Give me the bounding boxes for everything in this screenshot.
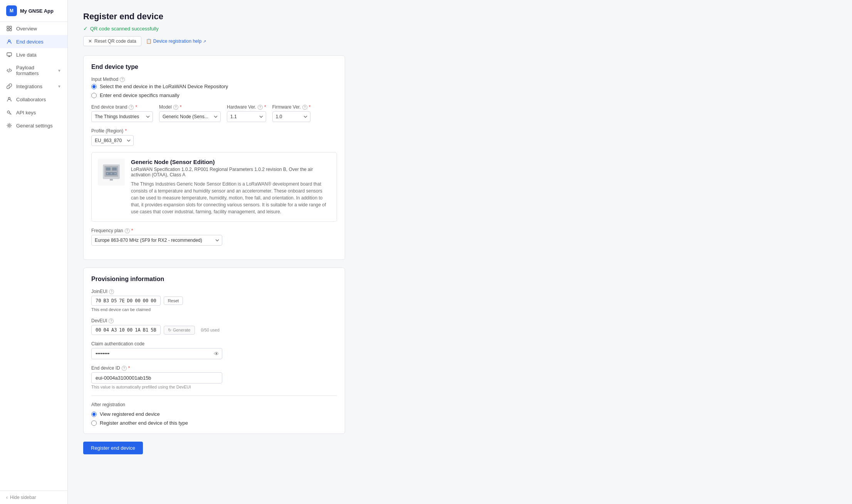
profile-select[interactable]: EU_863_870 [91,135,134,146]
dev-eui-info-icon[interactable]: ? [109,318,114,323]
hardware-ver-field: Hardware Ver. ? * 1.1 [227,104,266,122]
page-title: Register end device [83,12,345,22]
fw-info-icon[interactable]: ? [302,105,307,110]
svg-point-15 [111,173,112,174]
hw-info-icon[interactable]: ? [258,105,263,110]
check-icon: ✓ [83,25,88,32]
eye-icon[interactable]: 👁 [214,351,219,357]
register-button-label: Register end device [91,445,135,451]
join-eui-row: 70 B3 D5 7E D0 00 00 00 Reset [91,296,337,306]
join-eui-bytes: 70 B3 D5 7E D0 00 00 00 [96,298,156,303]
radio-manual-input[interactable] [91,93,97,98]
sidebar-footer: ‹ Hide sidebar [0,491,67,504]
register-end-device-button[interactable]: Register end device [83,442,143,454]
external-link-icon: ↗ [203,39,206,44]
brand-select[interactable]: The Things Industries [91,111,153,122]
radio-repository[interactable]: Select the end device in the LoRaWAN Dev… [91,84,337,89]
hardware-ver-select[interactable]: 1.1 [227,111,266,122]
svg-point-6 [8,97,10,99]
key-icon [6,109,12,116]
frequency-plan-select[interactable]: Europe 863-870 MHz (SF9 for RX2 - recomm… [91,235,222,246]
svg-rect-0 [7,26,9,28]
sidebar-item-live-data[interactable]: Live data [0,48,67,61]
svg-rect-12 [112,167,117,171]
brand-info-icon[interactable]: ? [129,105,134,110]
monitor-icon [6,52,12,58]
chevron-down-icon-2: ▼ [57,84,61,89]
dev-eui-input[interactable]: 00 04 A3 10 00 1A B1 5B [91,325,161,335]
device-id-info-icon[interactable]: ? [122,366,127,371]
model-label: Model ? * [159,104,221,110]
sidebar-item-api-keys[interactable]: API keys [0,106,67,119]
claim-auth-field: Claim authentication code 👁 [91,341,337,359]
device-registration-help-link[interactable]: 📋 Device registration help ↗ [146,39,206,44]
user-icon [6,96,12,102]
svg-point-7 [7,111,10,113]
device-id-wrap: This value is automatically prefilled us… [91,372,222,389]
radio-view-device-label: View registered end device [100,411,160,417]
model-info-icon[interactable]: ? [173,105,178,110]
grid-icon [6,25,12,32]
join-eui-hint: This end device can be claimed [91,307,337,312]
reset-qr-label: Reset QR code data [94,39,136,44]
provisioning-section: Provisioning information JoinEUI ? 70 B3… [83,268,345,434]
link-icon [6,83,12,89]
hide-sidebar-label: Hide sidebar [10,495,36,500]
radio-register-another-input[interactable] [91,420,97,426]
firmware-ver-label: Firmware Ver. ? * [272,104,311,110]
svg-point-14 [107,173,108,174]
input-method-field: Input Method ? Select the end device in … [91,77,337,98]
radio-view-device-input[interactable] [91,412,97,417]
radio-view-device[interactable]: View registered end device [91,411,337,417]
brand-field: End device brand ? * The Things Industri… [91,104,153,122]
svg-point-8 [8,125,10,126]
join-eui-info-icon[interactable]: ? [109,289,114,294]
join-eui-reset-button[interactable]: Reset [164,296,183,305]
chevron-left-icon: ‹ [6,495,8,500]
device-name: Generic Node (Sensor Edition) [131,159,330,165]
svg-point-16 [114,173,116,174]
document-icon: 📋 [146,39,152,44]
device-id-field: End device ID ? * This value is automati… [91,365,337,389]
dev-eui-usage: 0/50 used [201,328,220,332]
claim-auth-wrap: 👁 [91,348,222,359]
join-eui-field: JoinEUI ? 70 B3 D5 7E D0 00 00 00 [91,289,337,312]
sidebar-item-general-settings[interactable]: General settings [0,119,67,132]
profile-field: Profile (Region) * EU_863_870 [91,128,134,146]
radio-manual[interactable]: Enter end device specifics manually [91,92,337,98]
sidebar-item-api-keys-label: API keys [16,110,61,116]
svg-rect-2 [7,29,9,31]
sidebar-item-overview[interactable]: Overview [0,22,67,35]
sidebar-item-integrations[interactable]: Integrations ▼ [0,80,67,93]
brand-label: End device brand ? * [91,104,153,110]
sidebar-item-payload-formatters[interactable]: Payload formatters ▼ [0,61,67,80]
radio-repository-input[interactable] [91,84,97,89]
firmware-ver-select[interactable]: 1.0 [272,111,311,122]
hide-sidebar-button[interactable]: ‹ Hide sidebar [6,495,61,500]
dev-eui-generate-button[interactable]: ↻ Generate [164,326,195,335]
input-method-info-icon[interactable]: ? [120,77,125,82]
device-id-input[interactable] [91,372,222,383]
profile-label: Profile (Region) * [91,128,134,134]
device-id-label: End device ID ? * [91,365,337,371]
svg-rect-17 [110,179,113,181]
main-content: Register end device ✓ QR code scanned su… [68,0,852,504]
join-eui-input[interactable]: 70 B3 D5 7E D0 00 00 00 [91,296,161,306]
freq-info-icon[interactable]: ? [125,228,130,233]
sidebar-item-collaborators[interactable]: Collaborators [0,93,67,106]
after-registration-label: After registration [91,402,337,407]
code-icon [6,67,12,74]
generate-label: Generate [173,328,191,332]
model-field: Model ? * Generic Node (Sens... [159,104,221,122]
device-description: The Things Industries Generic Node Senso… [131,181,330,215]
input-method-radio-group: Select the end device in the LoRaWAN Dev… [91,84,337,98]
model-select[interactable]: Generic Node (Sens... [159,111,221,122]
svg-rect-3 [10,29,12,31]
hardware-ver-label: Hardware Ver. ? * [227,104,266,110]
sidebar-item-live-data-label: Live data [16,52,61,58]
radio-register-another-label: Register another end device of this type [100,420,188,426]
sidebar-item-end-devices[interactable]: End devices [0,35,67,48]
claim-auth-input[interactable] [91,348,222,359]
reset-qr-button[interactable]: ✕ Reset QR code data [83,36,141,46]
radio-register-another[interactable]: Register another end device of this type [91,420,337,426]
